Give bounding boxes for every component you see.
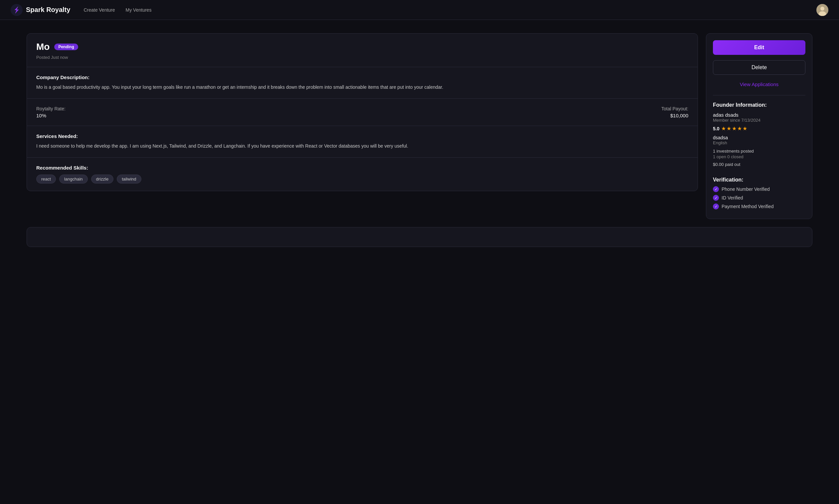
- company-description-section: Company Description: Mo is a goal based …: [27, 67, 698, 99]
- star-4: ★: [737, 125, 742, 132]
- verification-item: ✓Phone Number Verified: [713, 186, 805, 192]
- star-1: ★: [721, 125, 726, 132]
- skill-tag: drizzle: [91, 175, 114, 183]
- services-text: I need someone to help me develop the ap…: [36, 142, 688, 150]
- venture-card-row: Mo Pending Posted Just now Company Descr…: [27, 33, 812, 219]
- skills-row: reactlangchaindrizzletailwind: [36, 175, 688, 183]
- verification-heading: Verification:: [713, 177, 805, 183]
- verification-item: ✓Payment Method Verified: [713, 203, 805, 210]
- rating-score: 5.0: [713, 126, 719, 131]
- posted-time: Posted Just now: [36, 55, 68, 60]
- star-2: ★: [727, 125, 731, 132]
- verification-list: ✓Phone Number Verified✓ID Verified✓Payme…: [713, 186, 805, 210]
- nav-create-venture[interactable]: Create Venture: [84, 7, 115, 13]
- navbar: Spark Royalty Create Venture My Ventures: [0, 0, 839, 20]
- total-payout-value: $10,000: [661, 113, 688, 118]
- bottom-card-placeholder: [27, 227, 812, 247]
- venture-sidebar-card: Edit Delete View Applications Founder In…: [706, 33, 812, 219]
- founder-name: adas dsads: [713, 112, 805, 118]
- avatar[interactable]: [816, 4, 828, 16]
- edit-button[interactable]: Edit: [713, 40, 805, 55]
- verified-icon: ✓: [713, 186, 719, 192]
- founder-investments-posted: 1 investments posted: [713, 149, 805, 154]
- rating-row: 5.0 ★ ★ ★ ★ ★: [713, 125, 805, 132]
- royalty-rate-label: Roytalty Rate:: [36, 106, 66, 111]
- logo[interactable]: Spark Royalty: [11, 4, 70, 16]
- skill-tag: tailwind: [117, 175, 141, 183]
- services-title: Services Needed:: [36, 133, 688, 139]
- verification-section: Verification: ✓Phone Number Verified✓ID …: [713, 177, 805, 212]
- stars: ★ ★ ★ ★ ★: [721, 125, 747, 132]
- nav-my-ventures[interactable]: My Ventures: [126, 7, 152, 13]
- founder-payout: $0.00 paid out: [713, 162, 805, 167]
- royalty-section: Roytalty Rate: 10% Total Payout: $10,000: [27, 99, 698, 126]
- verification-text: Phone Number Verified: [721, 186, 770, 192]
- verification-item: ✓ID Verified: [713, 195, 805, 201]
- total-payout-label: Total Payout:: [661, 106, 688, 111]
- view-applications-link[interactable]: View Applications: [713, 80, 805, 88]
- verification-text: ID Verified: [721, 195, 743, 200]
- nav-links: Create Venture My Ventures: [84, 7, 816, 13]
- company-description-text: Mo is a goal based productivity app. You…: [36, 84, 688, 91]
- card-header-row: Mo Pending: [36, 41, 688, 52]
- star-5: ★: [742, 125, 747, 132]
- founder-heading: Founder Information:: [713, 102, 805, 108]
- logo-icon: [11, 4, 23, 16]
- logo-text: Spark Royalty: [26, 6, 70, 14]
- verified-icon: ✓: [713, 195, 719, 201]
- status-badge: Pending: [54, 43, 78, 50]
- verification-text: Payment Method Verified: [721, 204, 773, 209]
- company-description-title: Company Description:: [36, 74, 688, 80]
- royalty-rate-item: Roytalty Rate: 10%: [36, 106, 66, 118]
- venture-title: Mo: [36, 41, 50, 52]
- founder-since: Member since 7/13/2024: [713, 118, 805, 123]
- delete-button[interactable]: Delete: [713, 60, 805, 75]
- skill-tag: langchain: [59, 175, 88, 183]
- services-section: Services Needed: I need someone to help …: [27, 126, 698, 158]
- founder-language: English: [713, 140, 805, 145]
- royalty-rate-value: 10%: [36, 113, 66, 118]
- skills-title: Recommended Skills:: [36, 165, 688, 170]
- founder-info-section: Founder Information: adas dsads Member s…: [713, 102, 805, 172]
- skills-section: Recommended Skills: reactlangchaindrizzl…: [27, 158, 698, 191]
- founder-investments-status: 1 open 0 closed: [713, 154, 805, 159]
- total-payout-item: Total Payout: $10,000: [661, 106, 688, 118]
- sidebar-divider: [713, 95, 805, 95]
- card-header: Mo Pending Posted Just now: [27, 34, 698, 67]
- venture-main-card: Mo Pending Posted Just now Company Descr…: [27, 33, 698, 191]
- skill-tag: react: [36, 175, 56, 183]
- verified-icon: ✓: [713, 203, 719, 210]
- star-3: ★: [732, 125, 736, 132]
- founder-username: dsadsa: [713, 135, 805, 140]
- svg-point-2: [820, 7, 824, 11]
- main-content: Mo Pending Posted Just now Company Descr…: [0, 20, 839, 260]
- royalty-row: Roytalty Rate: 10% Total Payout: $10,000: [36, 106, 688, 118]
